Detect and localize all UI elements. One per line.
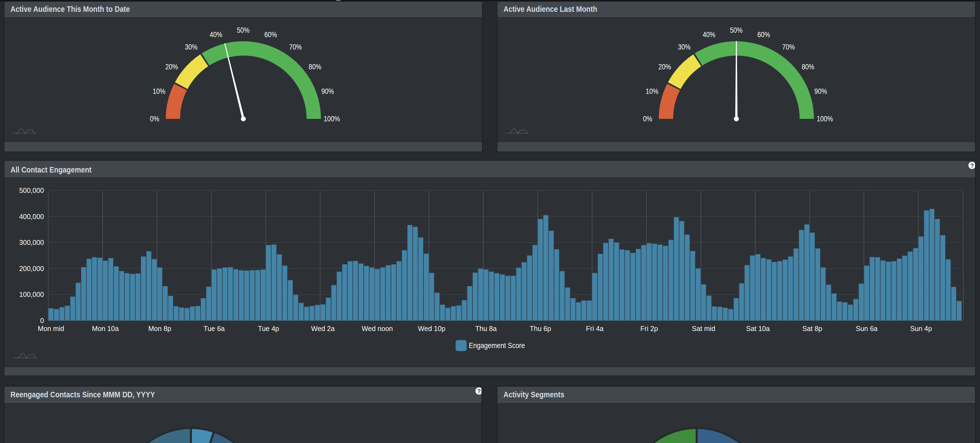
svg-text:Fri 4a: Fri 4a xyxy=(586,325,604,332)
svg-text:30%: 30% xyxy=(185,43,197,51)
svg-text:50%: 50% xyxy=(730,26,743,34)
svg-text:30%: 30% xyxy=(678,43,690,51)
svg-text:10%: 10% xyxy=(153,87,165,96)
svg-text:60%: 60% xyxy=(757,30,770,39)
svg-text:80%: 80% xyxy=(309,63,321,71)
svg-text:20%: 20% xyxy=(659,63,671,71)
svg-text:100%: 100% xyxy=(817,115,833,123)
svg-text:400,000: 400,000 xyxy=(19,213,44,220)
svg-text:Sun 4p: Sun 4p xyxy=(910,325,932,332)
svg-text:Thu 6p: Thu 6p xyxy=(530,325,551,332)
svg-text:60%: 60% xyxy=(264,30,277,39)
svg-text:40%: 40% xyxy=(210,30,222,39)
svg-text:70%: 70% xyxy=(782,43,795,51)
svg-text:Mon 8p: Mon 8p xyxy=(148,325,171,332)
svg-text:Sat 8p: Sat 8p xyxy=(802,325,822,332)
svg-text:Wed noon: Wed noon xyxy=(361,325,393,332)
svg-text:70%: 70% xyxy=(289,43,302,51)
svg-text:100,000: 100,000 xyxy=(19,290,44,298)
svg-text:Fri 2p: Fri 2p xyxy=(641,325,658,332)
svg-text:Engagement Score: Engagement Score xyxy=(469,341,525,350)
svg-text:20%: 20% xyxy=(165,63,178,71)
svg-text:50%: 50% xyxy=(237,26,250,34)
svg-text:300,000: 300,000 xyxy=(19,239,44,246)
svg-text:0: 0 xyxy=(40,317,44,324)
svg-text:Sat mid: Sat mid xyxy=(692,325,715,332)
svg-text:Tue 4p: Tue 4p xyxy=(258,325,279,332)
svg-text:Wed 10p: Wed 10p xyxy=(418,325,445,332)
svg-text:Sun 6a: Sun 6a xyxy=(856,325,877,332)
svg-text:Wed 2a: Wed 2a xyxy=(311,325,335,332)
svg-text:0%: 0% xyxy=(150,115,159,123)
svg-text:Thu 8a: Thu 8a xyxy=(476,325,497,332)
svg-text:Mon mid: Mon mid xyxy=(38,325,64,332)
svg-text:100%: 100% xyxy=(324,115,340,123)
svg-text:200,000: 200,000 xyxy=(19,265,44,272)
svg-text:0%: 0% xyxy=(643,115,652,123)
svg-text:80%: 80% xyxy=(802,63,815,71)
svg-text:90%: 90% xyxy=(815,87,827,96)
svg-text:Mon 10a: Mon 10a xyxy=(92,325,119,332)
svg-text:500,000: 500,000 xyxy=(19,186,44,194)
svg-text:Sat 10a: Sat 10a xyxy=(746,325,770,332)
svg-text:90%: 90% xyxy=(321,87,334,96)
svg-text:Tue 6a: Tue 6a xyxy=(204,325,225,332)
svg-text:40%: 40% xyxy=(703,30,715,39)
svg-text:10%: 10% xyxy=(646,87,659,96)
